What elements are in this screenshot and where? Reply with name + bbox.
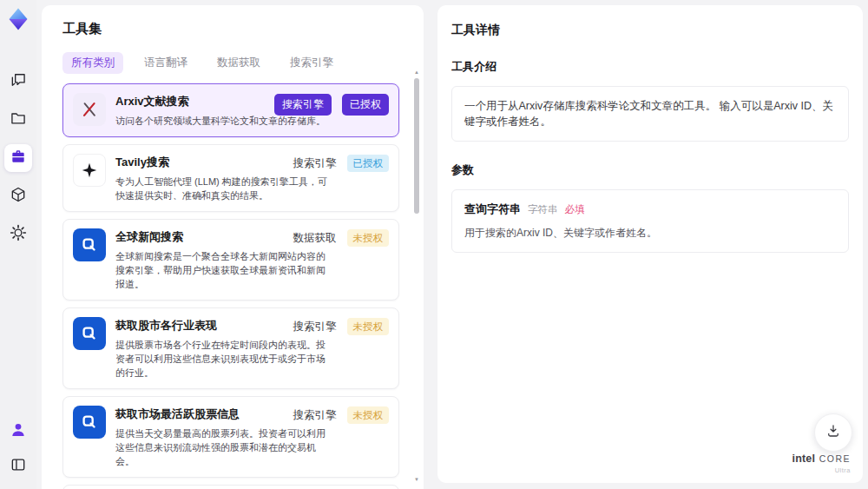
- tool-card-arxiv[interactable]: Arxiv文献搜索 访问各个研究领域大量科学论文和文章的存储库。 搜索引擎 已授…: [62, 83, 399, 137]
- settings-gear-icon: [10, 224, 27, 245]
- tab-all-categories[interactable]: 所有类别: [62, 52, 123, 74]
- tool-card-regional-news[interactable]: 万维地区新闻查询 查询具体行政区划内的新闻，快速了解各地新闻动 搜索引擎 未授权: [62, 485, 399, 489]
- tool-category-label: 搜索引擎: [293, 408, 337, 423]
- tool-description: 提供当天交易量最高的股票列表。投资者可以利用这些信息来识别流动性强的股票和潜在的…: [115, 426, 334, 468]
- parameter-item: 查询字符串 字符串 必填 用于搜索的Arxiv ID、关键字或作者姓名。: [451, 189, 849, 253]
- sidebar: [0, 0, 36, 489]
- tool-category-label: 搜索引擎: [293, 320, 337, 334]
- tool-card-global-news-search[interactable]: 全球新闻搜索 全球新闻搜索是一个聚合全球各大新闻网站内容的搜索引擎，帮助用户快速…: [62, 219, 399, 301]
- collapse-sidebar-icon: [10, 456, 27, 477]
- category-tabs: 所有类别 语言翻译 数据获取 搜索引擎: [62, 52, 411, 74]
- tool-category-label: 数据获取: [293, 231, 337, 246]
- tool-name: 获取市场最活跃股票信息: [115, 406, 278, 422]
- collapse-sidebar-button[interactable]: [4, 453, 32, 480]
- parameter-type: 字符串: [528, 203, 558, 216]
- params-section-heading: 参数: [451, 162, 849, 178]
- ultra-wordmark: Ultra: [792, 465, 852, 476]
- tool-description: 提供股票市场各个行业在特定时间段内的表现。投资者可以利用这些信息来识别表现优于或…: [115, 338, 334, 380]
- intel-wordmark: intel: [792, 453, 816, 465]
- chat-icon: [10, 71, 27, 92]
- download-button[interactable]: [814, 413, 852, 452]
- tool-status-badge: 未授权: [347, 406, 390, 424]
- tab-search-engine[interactable]: 搜索引擎: [281, 52, 342, 74]
- toolbox-icon: [10, 148, 27, 169]
- app-window: 工具集 所有类别 语言翻译 数据获取 搜索引擎 Arxiv文献搜索 访问各个研究…: [0, 0, 868, 489]
- tool-name: 全球新闻搜索: [115, 229, 278, 245]
- tool-name: Tavily搜索: [115, 155, 278, 170]
- sidebar-nav: [4, 68, 32, 248]
- user-profile-button[interactable]: [4, 418, 32, 446]
- tool-detail-panel: 工具详情 工具介绍 一个用于从Arxiv存储库搜索科学论文和文章的工具。 输入可…: [437, 5, 863, 483]
- sidebar-item-settings[interactable]: [4, 221, 32, 248]
- tool-description: 访问各个研究领域大量科学论文和文章的存储库。: [115, 114, 376, 128]
- tool-list: Arxiv文献搜索 访问各个研究领域大量科学论文和文章的存储库。 搜索引擎 已授…: [62, 83, 411, 489]
- list-scrollbar[interactable]: ▲ ▼: [412, 68, 421, 484]
- sidebar-item-models[interactable]: [4, 182, 32, 210]
- tool-intro-text: 一个用于从Arxiv存储库搜索科学论文和文章的工具。 输入可以是Arxiv ID…: [451, 86, 849, 142]
- blue-search-logo-icon: [73, 406, 106, 439]
- app-logo-icon: [6, 7, 30, 31]
- core-wordmark: CORE: [819, 453, 851, 464]
- scrollbar-thumb[interactable]: [414, 78, 419, 214]
- tool-name: Arxiv文献搜索: [115, 94, 278, 109]
- intel-core-ultra-logo: intel CORE Ultra: [792, 452, 852, 476]
- scrollbar-down-arrow-icon[interactable]: ▼: [412, 475, 421, 484]
- page-title: 工具集: [62, 21, 411, 37]
- download-icon: [825, 423, 841, 442]
- tavily-star-logo-icon: [73, 154, 106, 187]
- tab-language-translation[interactable]: 语言翻译: [135, 52, 196, 74]
- tool-description: 专为人工智能代理 (LLM) 构建的搜索引擎工具，可快速提供实时、准确和真实的结…: [115, 175, 334, 202]
- tool-category-label: 搜索引擎: [293, 156, 337, 171]
- tool-status-badge: 未授权: [347, 318, 390, 335]
- detail-panel-title: 工具详情: [451, 23, 849, 38]
- user-avatar-icon: [10, 421, 27, 442]
- arxiv-logo-icon: [73, 93, 106, 126]
- tool-status-badge: 已授权: [342, 94, 389, 116]
- tool-description: 全球新闻搜索是一个聚合全球各大新闻网站内容的搜索引擎，帮助用户快速获取全球最新资…: [115, 249, 334, 291]
- tool-card-tavily[interactable]: Tavily搜索 专为人工智能代理 (LLM) 构建的搜索引擎工具，可快速提供实…: [62, 144, 399, 212]
- tool-card-most-active-stocks[interactable]: 获取市场最活跃股票信息 提供当天交易量最高的股票列表。投资者可以利用这些信息来识…: [62, 396, 399, 478]
- tool-category-badge: 搜索引擎: [274, 94, 332, 116]
- cube-icon: [10, 186, 27, 207]
- parameter-description: 用于搜索的Arxiv ID、关键字或作者姓名。: [464, 226, 836, 241]
- blue-search-logo-icon: [73, 228, 106, 261]
- folder-icon: [10, 109, 27, 130]
- intro-section-heading: 工具介绍: [451, 59, 849, 75]
- sidebar-item-toolbox[interactable]: [4, 144, 32, 172]
- sidebar-item-files[interactable]: [4, 106, 32, 134]
- tool-list-panel: 工具集 所有类别 语言翻译 数据获取 搜索引擎 Arxiv文献搜索 访问各个研究…: [42, 5, 424, 489]
- tool-name: 获取股市各行业表现: [115, 318, 278, 334]
- tool-status-badge: 已授权: [347, 155, 390, 172]
- parameter-name: 查询字符串: [464, 202, 521, 217]
- sidebar-item-chat[interactable]: [4, 68, 32, 96]
- tool-status-badge: 未授权: [347, 229, 390, 247]
- tab-data-fetching[interactable]: 数据获取: [208, 52, 269, 74]
- tool-card-sector-performance[interactable]: 获取股市各行业表现 提供股票市场各个行业在特定时间段内的表现。投资者可以利用这些…: [62, 307, 399, 389]
- parameter-required-flag: 必填: [565, 203, 585, 216]
- sidebar-bottom: [4, 418, 32, 480]
- scrollbar-up-arrow-icon[interactable]: ▲: [412, 68, 421, 76]
- blue-search-logo-icon: [73, 317, 106, 350]
